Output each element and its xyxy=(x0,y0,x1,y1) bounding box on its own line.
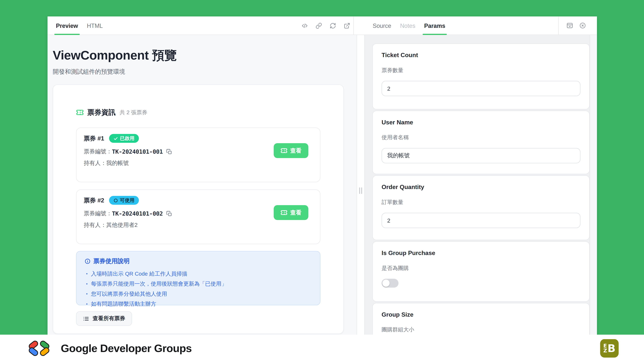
ezb-letter-z: Z xyxy=(603,348,607,353)
info-icon xyxy=(84,258,91,264)
ticket-holder: 其他使用者2 xyxy=(106,222,138,228)
pane-splitter[interactable] xyxy=(356,35,365,335)
param-label: User Name xyxy=(382,119,580,126)
params-scrollbar[interactable] xyxy=(590,35,597,335)
panel-collapse-icon[interactable] xyxy=(566,22,573,29)
param-sublabel: 團購群組大小 xyxy=(382,326,580,334)
page-title: ViewComponent 預覽 xyxy=(53,47,357,64)
ticket-count-input[interactable] xyxy=(382,81,580,96)
user-name-input[interactable] xyxy=(382,148,580,163)
view-all-tickets-label: 查看所有票券 xyxy=(92,315,125,322)
order-quantity-input[interactable] xyxy=(382,213,580,228)
gdg-brackets-icon xyxy=(26,339,53,358)
param-sublabel: 訂單數量 xyxy=(382,199,580,206)
tab-html-label: HTML xyxy=(87,22,103,29)
gdg-logo: Google Developer Groups xyxy=(26,339,192,358)
params-pane: Ticket Count 票券數量 User Name 使用者名稱 Order … xyxy=(365,35,597,335)
view-ticket-label: 查看 xyxy=(290,209,302,216)
usage-info-list: 入場時請出示 QR Code 給工作人員掃描 每張票券只能使用一次，使用後狀態會… xyxy=(84,269,312,309)
splitter-handle-icon[interactable] xyxy=(359,188,362,194)
view-all-tickets-button[interactable]: 查看所有票券 xyxy=(76,311,132,326)
window-body: ViewComponent 預覽 開發和測試組件的預覽環境 票券資訊 共 2 張… xyxy=(48,35,597,335)
ticket-count-text: 共 2 張票券 xyxy=(120,109,148,116)
external-link-icon[interactable] xyxy=(344,22,350,29)
footer: Google Developer Groups EZ B xyxy=(0,335,644,362)
usage-info-item: 如有問題請聯繫活動主辦方 xyxy=(84,299,312,309)
ticket-number: TK-20240101-001 xyxy=(112,148,163,155)
ticket-name: 票券 #1 xyxy=(84,134,104,142)
param-label: Ticket Count xyxy=(382,51,580,58)
ticket-icon xyxy=(280,209,288,216)
param-user-name: User Name 使用者名稱 xyxy=(372,111,590,174)
window-header: Preview HTML Source Notes Params xyxy=(48,16,597,35)
usage-info-title: 票券使用說明 xyxy=(94,257,130,265)
ticket-holder-label: 持有人： xyxy=(84,160,106,166)
tab-params-label: Params xyxy=(424,22,445,29)
status-badge-label: 可使用 xyxy=(120,197,134,204)
ticket-section-header: 票券資訊 共 2 張票券 xyxy=(76,107,320,117)
view-ticket-button[interactable]: 查看 xyxy=(274,143,308,158)
tab-source[interactable]: Source xyxy=(373,16,391,35)
gdg-brand-text: Google Developer Groups xyxy=(61,342,192,355)
close-circle-icon[interactable] xyxy=(579,22,586,29)
usage-info-box: 票券使用說明 入場時請出示 QR Code 給工作人員掃描 每張票券只能使用一次… xyxy=(76,251,320,305)
param-label: Is Group Purchase xyxy=(382,249,580,256)
param-order-quantity: Order Quantity 訂單數量 xyxy=(372,175,590,240)
tab-html[interactable]: HTML xyxy=(87,16,103,35)
param-group-size: Group Size 團購群組大小 xyxy=(372,303,590,335)
header-right: Source Notes Params xyxy=(354,16,597,35)
param-sublabel: 票券數量 xyxy=(382,67,580,74)
ticket-icon xyxy=(280,147,288,154)
list-icon xyxy=(83,316,89,322)
usage-info-item: 入場時請出示 QR Code 給工作人員掃描 xyxy=(84,269,312,279)
ezb-letter-b: B xyxy=(608,343,616,354)
usage-info-item: 您可以將票券分發給其他人使用 xyxy=(84,289,312,299)
refresh-icon[interactable] xyxy=(330,22,336,29)
ticket-number-label: 票券編號： xyxy=(84,148,112,155)
param-label: Group Size xyxy=(382,311,580,318)
ticket-card-2: 票券 #2 可使用 票券編號： TK-20240101-002 xyxy=(76,190,320,244)
status-badge-available: 可使用 xyxy=(109,196,139,205)
param-sublabel: 是否為團購 xyxy=(382,265,580,272)
tab-params[interactable]: Params xyxy=(424,16,445,35)
tab-preview[interactable]: Preview xyxy=(56,16,78,35)
status-badge-label: 已啟用 xyxy=(120,135,134,142)
check-icon xyxy=(114,136,118,141)
param-sublabel: 使用者名稱 xyxy=(382,134,580,141)
ticket-icon xyxy=(76,108,84,116)
tab-notes-label: Notes xyxy=(400,22,416,29)
group-purchase-toggle[interactable] xyxy=(382,279,398,288)
component-preview-card: 票券資訊 共 2 張票券 票券 #1 已啟用 票 xyxy=(53,84,344,334)
panel-controls xyxy=(558,16,586,35)
ticket-card-1: 票券 #1 已啟用 票券編號： TK-20240101-001 xyxy=(76,128,320,182)
circle-icon xyxy=(114,198,118,203)
preview-window: Preview HTML Source Notes Params xyxy=(48,16,597,335)
status-badge-active: 已啟用 xyxy=(109,134,139,143)
ticket-holder-label: 持有人： xyxy=(84,222,106,228)
copy-icon[interactable] xyxy=(166,149,172,155)
param-is-group-purchase: Is Group Purchase 是否為團購 xyxy=(372,241,590,302)
param-ticket-count: Ticket Count 票券數量 xyxy=(372,43,590,109)
tab-preview-label: Preview xyxy=(56,22,78,29)
page: Preview HTML Source Notes Params xyxy=(0,0,644,362)
page-subtitle: 開發和測試組件的預覽環境 xyxy=(53,68,357,76)
ticket-section-title: 票券資訊 xyxy=(88,107,116,117)
toolbar xyxy=(302,22,350,29)
ezb-logo: EZ B xyxy=(600,339,619,358)
view-ticket-button[interactable]: 查看 xyxy=(274,205,308,220)
ticket-number: TK-20240101-002 xyxy=(112,210,163,217)
usage-info-item: 每張票券只能使用一次，使用後狀態會更新為「已使用」 xyxy=(84,279,312,289)
view-ticket-label: 查看 xyxy=(290,147,302,154)
tab-notes[interactable]: Notes xyxy=(400,16,416,35)
tab-source-label: Source xyxy=(373,22,391,29)
header-left: Preview HTML xyxy=(48,16,354,35)
ticket-number-label: 票券編號： xyxy=(84,210,112,217)
preview-pane: ViewComponent 預覽 開發和測試組件的預覽環境 票券資訊 共 2 張… xyxy=(48,35,356,335)
link-icon[interactable] xyxy=(316,22,322,29)
code-icon[interactable] xyxy=(302,22,308,29)
param-label: Order Quantity xyxy=(382,183,580,190)
copy-icon[interactable] xyxy=(166,211,172,217)
ticket-holder: 我的帳號 xyxy=(106,160,129,166)
ticket-name: 票券 #2 xyxy=(84,196,104,204)
toggle-knob xyxy=(382,280,390,287)
